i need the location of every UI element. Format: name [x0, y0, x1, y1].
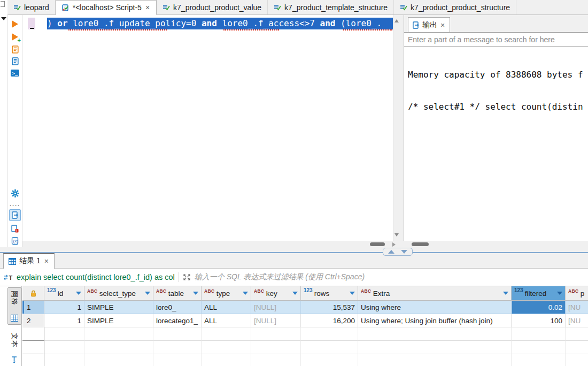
- cell-select-type[interactable]: SIMPLE: [84, 314, 153, 327]
- play-icon: [12, 20, 18, 28]
- sort-icon: [243, 292, 248, 295]
- editor-vertical-scrollbar[interactable]: [393, 15, 400, 241]
- sql-keyword: and: [320, 18, 336, 28]
- close-icon[interactable]: ×: [145, 4, 150, 11]
- cell-table[interactable]: lorecatego1_: [153, 314, 202, 327]
- execute-statement-button[interactable]: [10, 19, 20, 29]
- cell-filtered[interactable]: 100: [512, 314, 566, 327]
- tab-leopard[interactable]: leopard: [7, 0, 56, 14]
- toggle-variables-panel-button[interactable]: (x): [10, 236, 20, 246]
- tab-output[interactable]: 输出 ×: [408, 17, 450, 32]
- scrollbar-thumb[interactable]: [370, 242, 385, 246]
- close-icon[interactable]: ×: [440, 21, 445, 29]
- sql-editor-area[interactable]: ) or lore0_.f_update_policy=0 and lore0_…: [22, 15, 400, 241]
- settings-button[interactable]: [10, 188, 20, 198]
- results-panel: 结果 1 × T explain select count(distinct l…: [0, 253, 588, 366]
- cell-key[interactable]: [NULL]: [251, 314, 301, 327]
- more-tools-dots[interactable]: ....: [10, 199, 20, 209]
- sql-script-icon: [163, 4, 170, 11]
- table-row: 2 1 SIMPLE lorecatego1_ ALL [NULL] 16,20…: [22, 314, 588, 327]
- scrollbar-thumb[interactable]: [412, 242, 429, 246]
- output-log: Memory capacity of 8388608 bytes f /* se…: [404, 47, 588, 135]
- toggle-output-panel-button[interactable]: [9, 209, 21, 221]
- sql-terminal-button[interactable]: >_: [10, 68, 20, 78]
- script-orange-icon: [11, 45, 19, 54]
- execute-script-button[interactable]: [10, 44, 20, 54]
- sort-icon: [292, 292, 298, 295]
- tab-result-1[interactable]: 结果 1 ×: [3, 253, 55, 269]
- cell-type[interactable]: ALL: [202, 314, 251, 327]
- explain-plan-button[interactable]: [10, 56, 20, 66]
- grid-header-rownum[interactable]: [22, 286, 44, 301]
- grid-header-cell-extra[interactable]: ABCExtra: [358, 286, 512, 301]
- grid-header-row: 123id ABCselect_type ABCtable ABCtype AB…: [22, 286, 588, 301]
- sql-script-icon: [274, 4, 281, 11]
- grid-header-cell-table[interactable]: ABCtable: [153, 286, 202, 301]
- cell-id[interactable]: 1: [44, 314, 84, 327]
- output-panel: 输出 × Memory capacity of 8388608 bytes f …: [404, 15, 588, 241]
- grid-header-cell-p[interactable]: ABCp: [566, 286, 588, 301]
- sort-icon: [350, 292, 355, 295]
- grid-view-button[interactable]: 网格: [7, 287, 21, 325]
- cell-filtered-selected[interactable]: 0.02: [512, 301, 566, 314]
- grid-header-cell-select-type[interactable]: ABCselect_type: [84, 286, 153, 301]
- sash-collapse-control[interactable]: [383, 248, 413, 256]
- panel-sash[interactable]: [0, 247, 588, 253]
- doc-error-icon: !: [11, 225, 19, 233]
- output-search-input[interactable]: [404, 32, 588, 47]
- cell-key[interactable]: [NULL]: [251, 301, 301, 314]
- tab-k7-product-product-structure[interactable]: k7_product_product_structure: [394, 0, 516, 14]
- grid-header-cell-filtered[interactable]: 123filtered: [512, 286, 566, 301]
- editor-tab-bar: leopard *<localhost> Script-5 × k7_produ…: [7, 0, 588, 15]
- row-number-cell[interactable]: 2: [22, 314, 44, 327]
- cell-rows[interactable]: 16,200: [301, 314, 358, 327]
- cell-p[interactable]: [NU: [566, 314, 588, 327]
- results-grid: 123id ABCselect_type ABCtable ABCtype AB…: [22, 286, 588, 366]
- cell-table[interactable]: lore0_: [153, 301, 202, 314]
- sort-icon: [193, 292, 198, 295]
- grid-empty-row: [22, 327, 588, 341]
- sort-icon: [145, 292, 150, 295]
- cell-extra[interactable]: Using where; Using join buffer (hash joi…: [358, 314, 512, 327]
- cell-select-type[interactable]: SIMPLE: [84, 301, 153, 314]
- close-icon[interactable]: ×: [44, 257, 49, 265]
- vertical-splitter[interactable]: [400, 15, 404, 247]
- scroll-down-icon[interactable]: [394, 233, 399, 237]
- collapse-up-icon[interactable]: [388, 250, 394, 254]
- grid-header-cell-rows[interactable]: 123rows: [301, 286, 358, 301]
- tab-label: 输出: [422, 20, 437, 30]
- cell-rows[interactable]: 15,537: [301, 301, 358, 314]
- filter-text-icon[interactable]: T: [4, 274, 13, 281]
- cell-type[interactable]: ALL: [202, 301, 251, 314]
- collapse-down-icon[interactable]: [401, 250, 407, 254]
- filter-query-text[interactable]: explain select count(distinct lore0_.f_i…: [17, 273, 175, 281]
- tab-k7-product-template-structure[interactable]: k7_product_template_structure: [268, 0, 394, 14]
- tab-script-5[interactable]: *<localhost> Script-5 ×: [56, 0, 157, 15]
- grid-header-cell-type[interactable]: ABCtype: [202, 286, 251, 301]
- grid-header-cell-key[interactable]: ABCkey: [251, 286, 301, 301]
- tab-label: k7_product_product_value: [173, 3, 261, 12]
- text-view-button[interactable]: 文本: [7, 330, 21, 365]
- cell-p[interactable]: [NU: [566, 301, 588, 314]
- collapsed-panel-corner-icon[interactable]: [1, 1, 5, 7]
- expand-filter-icon[interactable]: [183, 273, 191, 281]
- tab-k7-product-product-value[interactable]: k7_product_product_value: [157, 0, 268, 14]
- grid-icon: [11, 315, 18, 322]
- output-line: /* select#1 */ select count(distin: [408, 102, 584, 112]
- grid-header-cell-id[interactable]: 123id: [44, 286, 84, 301]
- scroll-up-icon[interactable]: [394, 19, 399, 22]
- row-number-cell[interactable]: 1: [22, 301, 44, 314]
- chevron-down-icon[interactable]: [1, 17, 6, 20]
- toggle-problems-panel-button[interactable]: !: [10, 224, 20, 233]
- terminal-icon: >_: [11, 70, 19, 77]
- execute-new-tab-button[interactable]: +: [10, 32, 20, 42]
- grid-empty-row: [22, 341, 588, 354]
- output-doc-icon: [413, 21, 420, 29]
- scroll-right-icon[interactable]: [392, 242, 396, 247]
- cell-extra[interactable]: Using where: [358, 301, 512, 314]
- selected-sql-line[interactable]: ) or lore0_.f_update_policy=0 and lore0_…: [47, 18, 393, 29]
- cell-id[interactable]: 1: [44, 301, 84, 314]
- grid-view-label: 网格: [10, 291, 19, 306]
- svg-text:(x): (x): [13, 239, 19, 243]
- results-filter-bar[interactable]: T explain select count(distinct lore0_.f…: [0, 269, 588, 286]
